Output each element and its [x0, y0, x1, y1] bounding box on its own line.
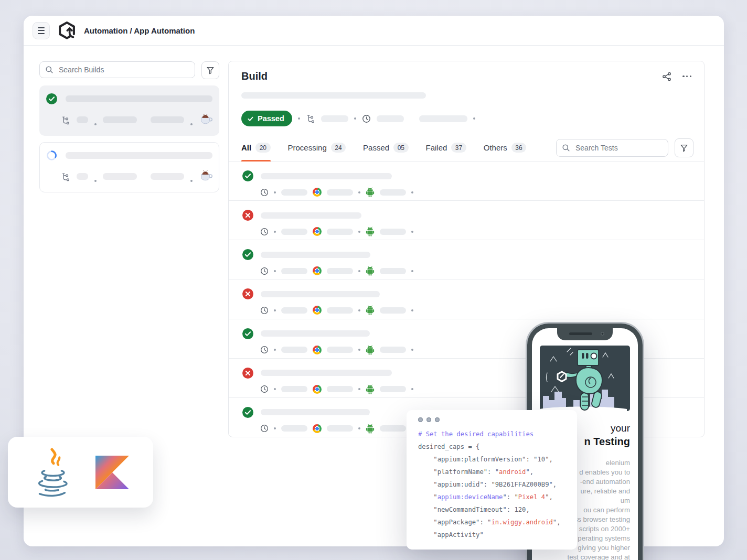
breadcrumb: Automation / App Automation	[84, 26, 195, 35]
builds-sidebar	[39, 61, 219, 192]
separator-dot	[411, 270, 413, 272]
tab[interactable]: Processing 24	[288, 134, 346, 161]
skeleton-pill	[327, 386, 353, 392]
tab-count-badge: 24	[331, 143, 346, 153]
tab[interactable]: Passed 05	[363, 134, 408, 161]
language-logos-card	[8, 437, 153, 508]
chrome-icon	[313, 385, 322, 394]
test-row[interactable]	[229, 161, 704, 201]
separator-dot	[274, 388, 276, 390]
tab[interactable]: Failed 37	[426, 134, 466, 161]
tests-tab-bar: All 20 Processing 24 Passed 05 Failed 37…	[229, 134, 704, 161]
skeleton-pill	[380, 189, 406, 196]
chrome-icon	[313, 424, 322, 433]
android-icon	[366, 305, 375, 315]
tab-count-badge: 20	[255, 143, 270, 153]
clock-icon	[260, 306, 269, 315]
tab-list: All 20 Processing 24 Passed 05 Failed 37…	[241, 134, 543, 161]
test-title-skeleton	[261, 173, 392, 179]
skeleton-pill	[419, 115, 467, 122]
test-row[interactable]	[229, 201, 704, 240]
share-button[interactable]	[661, 71, 672, 82]
build-card-list	[39, 85, 219, 192]
skeleton-pill	[281, 386, 307, 392]
passed-icon	[242, 249, 253, 260]
separator-dot	[411, 349, 413, 351]
skeleton-pill	[327, 229, 353, 235]
android-coffee-cup-icon	[199, 113, 212, 127]
build-title-skeleton	[66, 152, 212, 159]
search-builds-input[interactable]	[58, 65, 189, 74]
tab-label: Passed	[363, 143, 389, 152]
android-icon	[366, 266, 375, 276]
skeleton-pill	[281, 425, 307, 432]
code-line: "appium:platformVersion": "10",	[418, 453, 577, 466]
code-line: # Set the desired capabilities	[418, 428, 577, 440]
separator-dot	[411, 309, 413, 311]
clock-icon	[260, 267, 269, 275]
android-coffee-cup-icon	[199, 169, 212, 184]
separator-dot	[358, 388, 360, 390]
test-row[interactable]	[229, 279, 704, 319]
test-title-skeleton	[261, 291, 380, 297]
skeleton-pill	[281, 229, 307, 235]
phone-speaker	[569, 332, 592, 335]
skeleton-pill	[281, 307, 307, 314]
skeleton-pill	[327, 425, 353, 432]
separator-dot	[298, 117, 300, 120]
search-tests-field	[556, 139, 668, 157]
clock-icon	[260, 228, 269, 236]
clock-icon	[260, 346, 269, 354]
filter-builds-button[interactable]	[201, 61, 219, 79]
separator-dot	[358, 427, 360, 429]
app-logo[interactable]	[58, 21, 76, 40]
build-title-skeleton	[66, 95, 212, 102]
separator-dot	[358, 270, 360, 272]
clock-icon	[362, 114, 371, 123]
code-line: "appium:udid": "9B261FFAZ000B9",	[418, 478, 577, 491]
tab-count-badge: 37	[451, 143, 466, 153]
tab[interactable]: Others 36	[484, 134, 526, 161]
skeleton-pill	[321, 115, 348, 122]
skeleton-pill	[380, 386, 406, 392]
search-tests-input[interactable]	[574, 143, 663, 153]
test-row[interactable]	[229, 240, 704, 279]
test-title-skeleton	[261, 330, 370, 337]
code-block: # Set the desired capabilitiesdesired_ca…	[418, 428, 577, 541]
skeleton-pill	[281, 268, 307, 274]
hamburger-menu-button[interactable]	[33, 22, 50, 39]
chrome-icon	[313, 306, 322, 315]
separator-dot	[274, 270, 276, 272]
separator-dot	[190, 123, 193, 125]
separator-dot	[274, 191, 276, 193]
tab[interactable]: All 20	[241, 134, 271, 161]
skeleton-pill	[327, 189, 353, 196]
search-icon	[562, 144, 570, 152]
chrome-icon	[313, 188, 322, 197]
more-options-button[interactable]	[682, 76, 691, 77]
git-branch-icon	[61, 172, 70, 181]
chrome-icon	[313, 346, 322, 354]
code-snippet-card: # Set the desired capabilitiesdesired_ca…	[407, 410, 577, 550]
page: Automation / App Automation	[0, 0, 747, 560]
failed-icon	[242, 368, 253, 379]
android-icon	[366, 227, 375, 236]
build-card[interactable]	[39, 142, 219, 192]
separator-dot	[358, 309, 360, 311]
separator-dot	[274, 427, 276, 429]
separator-dot	[358, 349, 360, 351]
separator-dot	[274, 231, 276, 233]
chrome-icon	[313, 227, 322, 236]
test-title-skeleton	[261, 252, 370, 258]
search-builds-field	[39, 61, 195, 78]
git-branch-icon	[61, 115, 70, 125]
passed-icon	[46, 93, 57, 104]
failed-icon	[242, 210, 253, 221]
filter-tests-button[interactable]	[675, 138, 693, 157]
skeleton-pill	[281, 347, 307, 353]
test-title-skeleton	[261, 409, 370, 415]
app-header: Automation / App Automation	[24, 16, 724, 46]
code-line: "newCommandTimeout": 120,	[418, 503, 577, 516]
passed-icon	[242, 328, 253, 339]
build-card[interactable]	[39, 85, 219, 136]
